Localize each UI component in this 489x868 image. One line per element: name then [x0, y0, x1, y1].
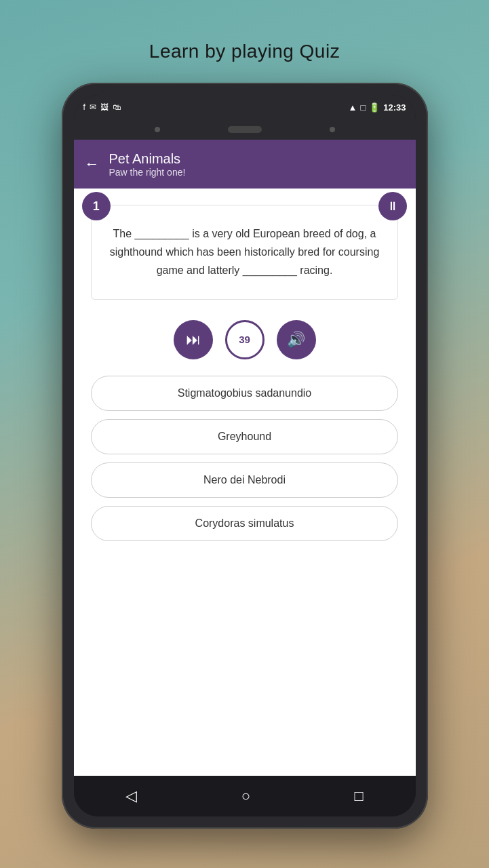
- wifi-icon: ▲: [349, 102, 357, 113]
- signal-icon: □: [360, 102, 366, 113]
- nav-back-icon[interactable]: ◁: [125, 787, 137, 805]
- question-card: 1 ⏸ The _________ is a very old European…: [91, 205, 399, 300]
- page-title: Learn by playing Quiz: [149, 41, 340, 62]
- nav-recent-icon[interactable]: □: [354, 787, 363, 805]
- toolbar: ← Pet Animals Paw the right one!: [74, 140, 416, 189]
- answer-1[interactable]: Stigmatogobius sadanundio: [91, 376, 399, 411]
- skip-button[interactable]: ⏭: [174, 320, 213, 359]
- pause-badge[interactable]: ⏸: [378, 192, 407, 220]
- status-icons-right: ▲ □ 🔋 12:33: [349, 102, 406, 113]
- controls-row: ⏭ 39 🔊: [174, 320, 316, 359]
- answer-2[interactable]: Greyhound: [91, 419, 399, 454]
- back-button[interactable]: ←: [85, 155, 100, 173]
- nav-bar: ◁ ○ □: [74, 776, 416, 816]
- bag-icon: 🛍: [113, 102, 121, 112]
- toolbar-title: Pet Animals: [109, 151, 186, 167]
- phone-screen: f ✉ 🖼 🛍 ▲ □ 🔋 12:33 ← Pet: [74, 95, 416, 816]
- timer-value: 39: [239, 334, 250, 345]
- pause-icon: ⏸: [387, 199, 399, 214]
- toolbar-subtitle: Paw the right one!: [109, 167, 186, 178]
- question-text: The _________ is a very old European bre…: [108, 224, 382, 280]
- skip-icon: ⏭: [186, 331, 201, 349]
- status-icons-left: f ✉ 🖼 🛍: [83, 102, 121, 112]
- answers-section: Stigmatogobius sadanundio Greyhound Nero…: [91, 376, 399, 555]
- question-number-badge: 1: [82, 192, 111, 220]
- status-bar: f ✉ 🖼 🛍 ▲ □ 🔋 12:33: [74, 95, 416, 119]
- battery-icon: 🔋: [369, 102, 380, 113]
- nav-home-icon[interactable]: ○: [241, 787, 250, 805]
- image-icon: 🖼: [100, 102, 109, 112]
- timer-button[interactable]: 39: [225, 320, 265, 359]
- camera-bar: [74, 119, 416, 140]
- sensor-dot: [330, 127, 335, 132]
- toolbar-text: Pet Animals Paw the right one!: [109, 151, 186, 178]
- mail-icon: ✉: [90, 102, 96, 112]
- fb-icon: f: [83, 102, 85, 112]
- sound-button[interactable]: 🔊: [277, 320, 316, 359]
- quiz-area: 1 ⏸ The _________ is a very old European…: [74, 189, 416, 776]
- phone-device: f ✉ 🖼 🛍 ▲ □ 🔋 12:33 ← Pet: [62, 83, 428, 829]
- answer-3[interactable]: Nero dei Nebrodi: [91, 462, 399, 498]
- app-content: ← Pet Animals Paw the right one! 1 ⏸ The…: [74, 140, 416, 776]
- sound-icon: 🔊: [287, 331, 305, 349]
- camera-dot: [155, 127, 160, 132]
- speaker-grille: [228, 126, 262, 133]
- clock: 12:33: [383, 102, 406, 113]
- answer-4[interactable]: Corydoras simulatus: [91, 506, 399, 541]
